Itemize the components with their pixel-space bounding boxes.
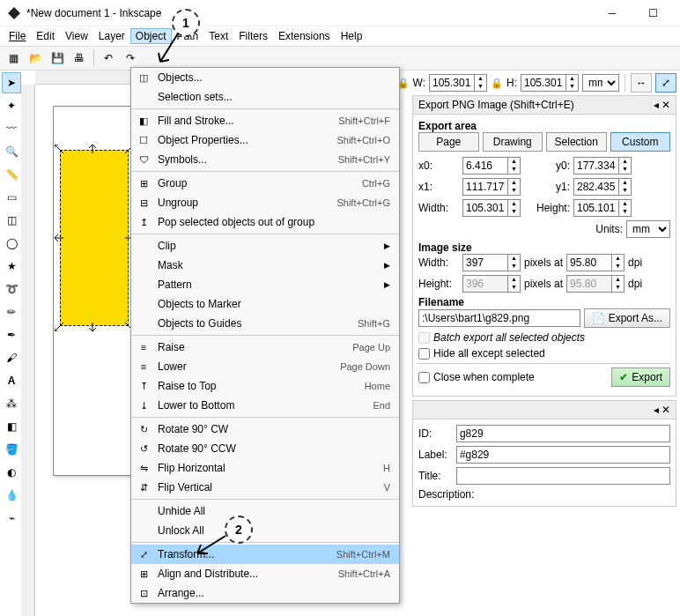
panel-collapse-icon-2[interactable]: ◂ <box>654 404 659 416</box>
eh-spin[interactable]: ▲▼ <box>619 199 632 217</box>
tool-gradient-icon[interactable]: ◐ <box>2 462 21 483</box>
menu-item[interactable]: Selection sets... <box>131 87 399 107</box>
width-input[interactable] <box>429 74 475 92</box>
eh-input[interactable] <box>573 199 619 217</box>
tool-ellipse-icon[interactable]: ◯ <box>2 233 21 254</box>
menu-item[interactable]: ◫Objects... <box>131 68 399 87</box>
menu-item[interactable]: ⊡Arrange... <box>131 583 399 603</box>
x0-spin[interactable]: ▲▼ <box>508 157 521 174</box>
menu-item[interactable]: ☐Object Properties...Shift+Ctrl+O <box>131 130 399 150</box>
menu-item[interactable]: ◧Fill and Stroke...Shift+Ctrl+F <box>131 111 399 130</box>
hide-checkbox[interactable] <box>418 348 430 360</box>
menu-extensions[interactable]: Extensions <box>273 28 336 44</box>
menu-item[interactable]: Objects to GuidesShift+G <box>131 314 399 333</box>
tb-redo-icon[interactable]: ↷ <box>121 48 140 68</box>
dpi1-input[interactable] <box>566 254 612 271</box>
export-button[interactable]: ✔Export <box>611 367 670 387</box>
tab-drawing[interactable]: Drawing <box>483 132 543 152</box>
y0-spin[interactable]: ▲▼ <box>619 157 632 174</box>
dpi1-spin[interactable]: ▲▼ <box>612 254 625 271</box>
affect-scale-button[interactable]: ⤢ <box>655 73 676 93</box>
selected-object[interactable] <box>60 150 129 326</box>
tool-text-icon[interactable]: A <box>2 370 21 391</box>
tool-tweak-icon[interactable]: 〰 <box>2 118 21 139</box>
menu-item[interactable]: 🛡Symbols...Shift+Ctrl+Y <box>131 150 399 169</box>
menu-item[interactable]: Clip▶ <box>131 236 399 256</box>
export-as-button[interactable]: 📄Export As... <box>584 308 670 328</box>
tb-new-icon[interactable]: ▦ <box>4 48 23 68</box>
tool-pencil-icon[interactable]: ✏ <box>2 301 21 323</box>
tool-spray-icon[interactable]: ⁂ <box>2 393 21 414</box>
tool-eraser-icon[interactable]: ◧ <box>2 416 21 437</box>
tool-rect-icon[interactable]: ▭ <box>2 187 21 208</box>
menu-item[interactable]: ⊞GroupCtrl+G <box>131 174 399 193</box>
menu-item[interactable]: ⤒Raise to TopHome <box>131 376 399 396</box>
menu-text[interactable]: Text <box>203 28 233 44</box>
menu-item[interactable]: ↺Rotate 90° CCW <box>131 439 399 458</box>
menu-view[interactable]: View <box>60 28 93 44</box>
menu-item[interactable]: Mask▶ <box>131 256 399 275</box>
panel-collapse-icon[interactable]: ◂ <box>654 99 659 111</box>
tab-custom[interactable]: Custom <box>610 132 671 152</box>
tool-3dbox-icon[interactable]: ◫ <box>2 210 21 231</box>
units-select[interactable]: mm <box>626 220 670 238</box>
menu-item[interactable]: ⇵Flip VerticalV <box>131 478 399 497</box>
ih-spin[interactable]: ▲▼ <box>508 275 521 293</box>
maximize-button[interactable]: ☐ <box>632 0 673 26</box>
y0-input[interactable] <box>573 157 619 174</box>
unit-select[interactable]: mm <box>582 74 619 92</box>
menu-item[interactable]: Unhide All <box>131 501 399 521</box>
menu-file[interactable]: File <box>4 28 31 44</box>
handle-sw-icon[interactable] <box>55 323 63 331</box>
menu-edit[interactable]: Edit <box>31 28 60 44</box>
ih-input[interactable] <box>462 275 508 293</box>
menu-item[interactable]: ⊟UngroupShift+Ctrl+G <box>131 193 399 212</box>
iw-input[interactable] <box>462 254 508 271</box>
menu-item[interactable]: ≡RaisePage Up <box>131 338 399 357</box>
panel-close-icon-2[interactable]: ✕ <box>662 404 670 416</box>
tool-star-icon[interactable]: ★ <box>2 256 21 277</box>
menu-layer[interactable]: Layer <box>93 28 130 44</box>
menu-item[interactable]: ↥Pop selected objects out of group <box>131 212 399 232</box>
handle-n-icon[interactable] <box>88 145 97 153</box>
tool-bucket-icon[interactable]: 🪣 <box>2 439 21 460</box>
height-spinner[interactable]: ▲▼ <box>566 74 579 92</box>
height-input[interactable] <box>521 74 566 92</box>
handle-s-icon[interactable] <box>88 323 97 331</box>
panel-close-icon[interactable]: ✕ <box>662 99 670 111</box>
tool-measure-icon[interactable]: 📏 <box>2 164 21 185</box>
tool-connector-icon[interactable]: ⌁ <box>2 508 21 529</box>
iw-spin[interactable]: ▲▼ <box>508 254 521 271</box>
tool-calligraphy-icon[interactable]: 🖌 <box>2 347 21 368</box>
menu-item[interactable]: Pattern▶ <box>131 275 399 294</box>
ew-spin[interactable]: ▲▼ <box>508 199 521 217</box>
x0-input[interactable] <box>462 157 508 174</box>
minimize-button[interactable]: ─ <box>592 0 632 26</box>
optitle-input[interactable] <box>456 467 670 485</box>
menu-item[interactable]: Unlock All <box>131 521 399 540</box>
tb-save-icon[interactable]: 💾 <box>48 48 67 68</box>
menu-item[interactable]: ⤓Lower to BottomEnd <box>131 396 399 415</box>
close-checkbox[interactable] <box>418 372 430 383</box>
menu-item[interactable]: ⊞Align and Distribute...Shift+Ctrl+A <box>131 564 399 583</box>
handle-nw-icon[interactable] <box>55 145 63 153</box>
tab-page[interactable]: Page <box>418 132 479 152</box>
menu-help[interactable]: Help <box>336 28 368 44</box>
affect-move-button[interactable]: ↔ <box>631 73 652 93</box>
menu-item[interactable]: ⇋Flip HorizontalH <box>131 458 399 478</box>
tool-zoom-icon[interactable]: 🔍 <box>2 141 21 162</box>
tb-undo-icon[interactable]: ↶ <box>99 48 118 68</box>
ew-input[interactable] <box>462 199 508 217</box>
tool-node-icon[interactable]: ✦ <box>2 95 21 116</box>
lock-icon-2[interactable]: 🔒 <box>491 78 503 89</box>
menu-filters[interactable]: Filters <box>233 28 273 44</box>
tool-bezier-icon[interactable]: ✒ <box>2 324 21 345</box>
menu-item[interactable]: Objects to Marker <box>131 294 399 314</box>
menu-item[interactable]: ↻Rotate 90° CW <box>131 419 399 439</box>
tool-spiral-icon[interactable]: ➰ <box>2 278 21 300</box>
handle-w-icon[interactable] <box>55 234 63 242</box>
filename-input[interactable] <box>418 309 580 327</box>
x1-spin[interactable]: ▲▼ <box>508 178 521 196</box>
oplabel-input[interactable] <box>456 446 670 464</box>
y1-spin[interactable]: ▲▼ <box>619 178 632 196</box>
